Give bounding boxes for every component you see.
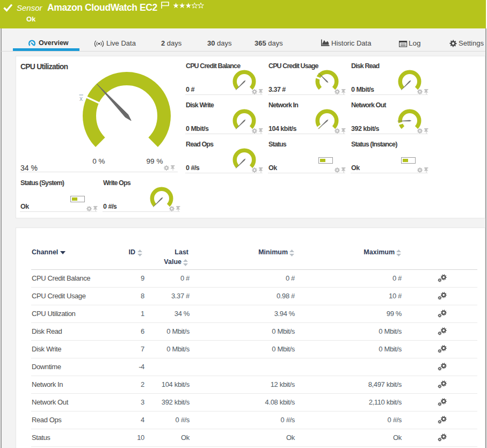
svg-text:x: x	[79, 95, 83, 102]
